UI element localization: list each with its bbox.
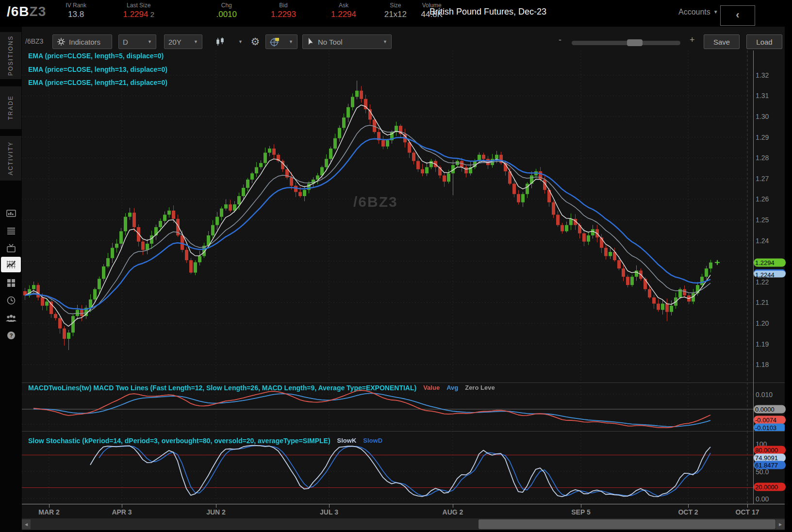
- chevron-down-icon: ▼: [713, 9, 718, 15]
- axis-value-badge: 1.2294: [754, 259, 786, 267]
- scroll-left-button[interactable]: ◀: [22, 519, 31, 529]
- svg-text:?: ?: [9, 332, 13, 338]
- cursor-icon: [307, 37, 314, 46]
- x-axis-line: [22, 504, 785, 504]
- time-tick-label: OCT 2: [678, 508, 698, 516]
- study-tick-label: 0.00: [756, 495, 769, 503]
- stoch-title: Slow Stochastic (kPeriod=14, dPeriod=3, …: [28, 437, 330, 445]
- save-button[interactable]: Save: [704, 34, 740, 49]
- candlestick-icon: [215, 37, 225, 47]
- price-tick-label: 1.25: [756, 216, 769, 224]
- sidebar-tab-activity[interactable]: ACTIVITY: [0, 136, 21, 181]
- ema5-label: EMA (price=CLOSE, length=5, displace=0): [28, 52, 164, 60]
- price-chart-canvas[interactable]: [22, 50, 753, 382]
- price-tick-label: 1.31: [756, 92, 769, 100]
- chart-region: /6BZ3 Indicators D▼ 20Y▼ ▼ ⚙ ▼ No Tool▼ …: [22, 27, 785, 530]
- legend-item: SlowD: [363, 437, 382, 445]
- time-tick-label: OCT 17: [735, 508, 759, 516]
- price-tick-label: 1.26: [756, 195, 769, 203]
- chart-icon[interactable]: [1, 257, 21, 272]
- time-tick-mark: [49, 504, 50, 508]
- zoom-slider-thumb[interactable]: [627, 39, 643, 46]
- clock-icon[interactable]: [1, 293, 21, 308]
- axis-value-badge: 20.0000: [754, 483, 786, 491]
- symbol-watermark: /6BZ3: [353, 194, 398, 210]
- header-stat: Bid1.2293: [271, 2, 296, 20]
- ema21-label: EMA (price=CLOSE, length=21, displace=0): [28, 79, 167, 86]
- symbol-title: /6BZ3: [7, 4, 46, 19]
- price-tick-label: 1.22: [756, 278, 769, 286]
- axis-value-badge: 1.2244: [754, 269, 786, 278]
- time-tick-mark: [747, 504, 748, 508]
- ema13-label: EMA (price=CLOSE, length=13, displace=0): [28, 66, 167, 73]
- time-tick-mark: [216, 504, 216, 508]
- people-icon[interactable]: [1, 310, 21, 326]
- price-tick-label: 1.28: [756, 154, 769, 162]
- time-tick-label: SEP 5: [571, 508, 590, 516]
- sidebar-tab-positions[interactable]: POSITIONS: [0, 32, 21, 79]
- axis-value-badge: -0.0103: [754, 424, 785, 432]
- header-stat: Last Size1.2294 2: [123, 2, 154, 20]
- header-stat: IV Rank13.8: [66, 2, 86, 20]
- header: /6BZ3 IV Rank13.8Last Size1.2294 2Chg.00…: [0, 0, 792, 27]
- crosshair-globe-icon: [270, 37, 280, 47]
- zoom-out-button[interactable]: -: [559, 35, 561, 45]
- chevron-down-icon: ▼: [383, 39, 387, 44]
- stoch-legend: SlowKSlowD: [337, 437, 382, 445]
- price-tick-label: 1.30: [756, 113, 769, 120]
- accounts-dropdown[interactable]: Accounts▼: [678, 8, 718, 17]
- scrollbar-thumb[interactable]: [478, 519, 776, 529]
- stoch-title-row: Slow Stochastic (kPeriod=14, dPeriod=3, …: [28, 437, 382, 445]
- sidebar-tab-trade[interactable]: TRADE: [0, 86, 21, 129]
- scroll-right-button[interactable]: ▶: [776, 519, 785, 529]
- time-tick-label: AUG 2: [443, 508, 463, 516]
- left-sidebar: POSITIONS TRADE ACTIVITY ?: [0, 27, 22, 532]
- time-tick-label: JUN 2: [206, 508, 226, 516]
- header-stat: Chg.0010: [216, 2, 237, 20]
- horizontal-scrollbar[interactable]: ◀ ▶: [22, 518, 785, 530]
- time-tick-mark: [453, 504, 453, 508]
- chevron-down-icon: ▼: [148, 39, 152, 44]
- help-icon[interactable]: ?: [1, 328, 21, 343]
- chevron-down-icon: ▼: [194, 39, 198, 44]
- price-tick-label: 1.21: [756, 299, 769, 306]
- instrument-description: British Pound Futures, Dec-23: [429, 7, 546, 17]
- zoom-slider-track[interactable]: [572, 41, 680, 45]
- time-tick-label: APR 3: [112, 508, 132, 516]
- collapse-panel-button[interactable]: ‹: [720, 5, 755, 26]
- chart-type-dropdown[interactable]: ▼: [212, 34, 247, 49]
- range-dropdown[interactable]: 20Y▼: [164, 34, 202, 49]
- pane-separator[interactable]: [22, 431, 785, 432]
- price-tick-label: 1.29: [756, 133, 769, 141]
- drawing-set-dropdown[interactable]: ▼: [265, 34, 297, 49]
- chevron-down-icon: ▼: [238, 39, 243, 44]
- time-tick-mark: [688, 504, 689, 508]
- symbol-suffix: Z3: [30, 4, 47, 19]
- axis-value-badge: 61.8477: [754, 461, 786, 469]
- timeframe-dropdown[interactable]: D▼: [118, 34, 156, 49]
- zoom-in-button[interactable]: +: [690, 35, 695, 45]
- active-tool-dropdown[interactable]: No Tool▼: [302, 34, 392, 49]
- time-tick-mark: [581, 504, 581, 508]
- indicators-button[interactable]: Indicators: [52, 34, 112, 49]
- legend-item: SlowK: [337, 437, 357, 445]
- chart-settings-button[interactable]: ⚙: [248, 34, 263, 49]
- price-axis-line: [753, 50, 754, 504]
- grid-icon[interactable]: [1, 275, 21, 291]
- time-tick-label: MAR 2: [38, 508, 60, 516]
- list-icon[interactable]: [1, 223, 21, 239]
- price-tick-label: 1.18: [756, 361, 769, 368]
- chart-symbol-input[interactable]: /6BZ3: [25, 37, 43, 45]
- price-tick-label: 1.19: [756, 340, 769, 348]
- load-button[interactable]: Load: [746, 34, 782, 49]
- tv-icon[interactable]: [1, 240, 21, 256]
- price-tick-label: 1.20: [756, 319, 769, 327]
- time-tick-label: JUL 3: [320, 508, 338, 516]
- news-icon[interactable]: [1, 206, 21, 221]
- indicators-icon: [57, 37, 66, 46]
- time-tick-mark: [122, 504, 122, 508]
- price-tick-label: 1.27: [756, 175, 769, 183]
- chevron-down-icon: ▼: [289, 39, 293, 44]
- price-tick-label: 1.32: [756, 71, 769, 79]
- time-tick-mark: [329, 504, 330, 508]
